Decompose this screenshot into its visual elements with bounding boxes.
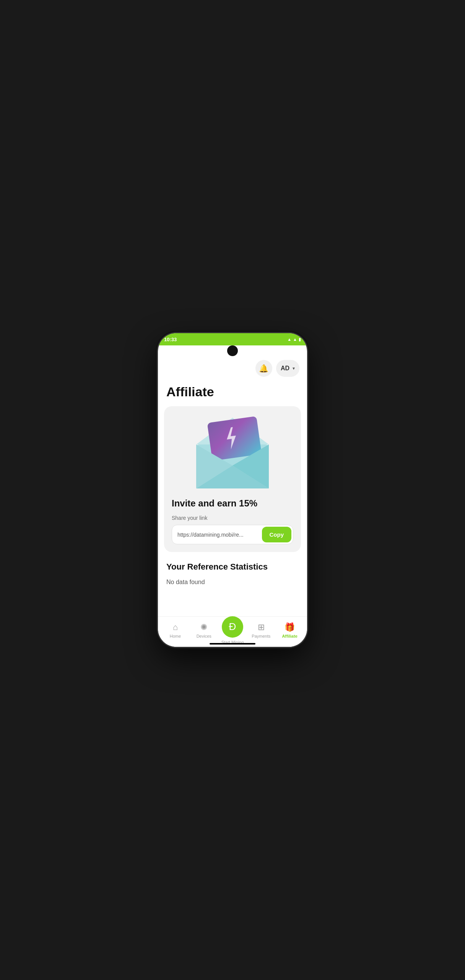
affiliate-link-text: https://datamining.mobi/re... — [177, 532, 262, 538]
home-icon: ⌂ — [173, 622, 178, 632]
payments-icon: ⊞ — [258, 622, 265, 632]
affiliate-icon: 🎁 — [285, 622, 295, 632]
statistics-title: Your Reference Statistics — [166, 562, 299, 572]
no-data-message: No data found — [166, 579, 299, 586]
copy-link-button[interactable]: Copy — [262, 527, 292, 542]
user-account-button[interactable]: AD ▾ — [276, 360, 299, 377]
card-image-area — [172, 414, 293, 490]
statistics-section: Your Reference Statistics No data found — [158, 552, 307, 593]
nav-label-affiliate: Affiliate — [282, 634, 297, 638]
phone-frame: 10:33 ▲ ▲ ▮ 🔔 AD ▾ Affiliate — [158, 333, 307, 647]
wifi-icon: ▲ — [287, 337, 291, 342]
header-row: 🔔 AD ▾ — [158, 356, 307, 381]
phone-screen: 10:33 ▲ ▲ ▮ 🔔 AD ▾ Affiliate — [158, 333, 307, 647]
envelope-illustration — [189, 414, 276, 490]
nav-item-home[interactable]: ⌂ Home — [161, 621, 190, 640]
battery-icon: ▮ — [299, 337, 301, 342]
status-bar: 10:33 ▲ ▲ ▮ — [158, 333, 307, 345]
status-icons: ▲ ▲ ▮ — [287, 337, 301, 342]
nav-item-payments[interactable]: ⊞ Payments — [247, 621, 275, 640]
page-title: Affiliate — [158, 381, 307, 406]
chevron-down-icon: ▾ — [293, 366, 295, 371]
user-initials: AD — [281, 365, 289, 372]
status-time: 10:33 — [164, 337, 177, 342]
devices-icon: ✺ — [200, 622, 207, 632]
nav-item-start-mining[interactable]: Ð Start Mining — [218, 615, 247, 646]
bottom-navigation: ⌂ Home ✺ Devices Ð Start Mining ⊞ Paymen… — [158, 616, 307, 647]
nav-label-payments: Payments — [252, 634, 270, 638]
home-indicator — [210, 643, 255, 645]
mining-logo-icon: Ð — [229, 621, 236, 633]
camera-notch — [227, 345, 238, 356]
share-link-label: Share your link — [172, 515, 293, 521]
start-mining-button[interactable]: Ð — [222, 616, 243, 638]
signal-icon: ▲ — [293, 337, 297, 342]
card-headline: Invite and earn 15% — [172, 498, 293, 509]
nav-label-home: Home — [170, 634, 181, 638]
nav-item-devices[interactable]: ✺ Devices — [190, 621, 218, 640]
main-content: 🔔 AD ▾ Affiliate — [158, 345, 307, 616]
nav-label-devices: Devices — [197, 634, 211, 638]
bell-icon: 🔔 — [259, 364, 268, 373]
notification-button[interactable]: 🔔 — [255, 360, 272, 377]
nav-item-affiliate[interactable]: 🎁 Affiliate — [275, 621, 304, 640]
affiliate-card: Invite and earn 15% Share your link http… — [164, 406, 301, 552]
share-link-row: https://datamining.mobi/re... Copy — [172, 525, 293, 544]
